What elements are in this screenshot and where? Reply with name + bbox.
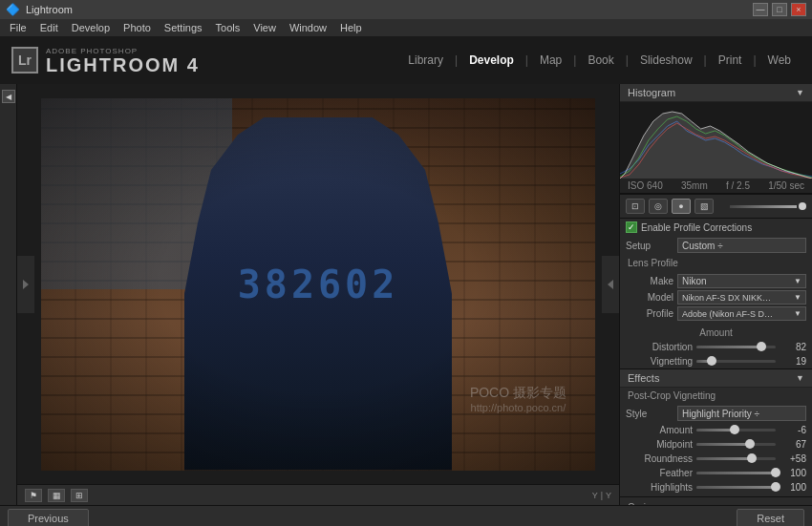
- center-panel: 382602 POCO 摄影专题 http://photo.poco.cn/ ⚑…: [17, 84, 619, 505]
- amount-label: Amount: [620, 326, 812, 340]
- setup-value: Custom ÷: [682, 241, 723, 251]
- menu-edit[interactable]: Edit: [34, 21, 64, 34]
- style-select[interactable]: Highlight Priority ÷: [677, 406, 806, 421]
- highlights-slider[interactable]: [696, 486, 776, 489]
- crop-tool[interactable]: ⊡: [626, 199, 645, 214]
- nav-print[interactable]: Print: [709, 50, 752, 71]
- zoom-area: Y | Y: [592, 491, 611, 500]
- vignetting-slider[interactable]: [696, 360, 776, 363]
- model-dropdown-icon: ▼: [794, 293, 801, 302]
- reset-button[interactable]: Reset: [737, 509, 804, 527]
- header-left: Lr ADOBE PHOTOSHOP LIGHTROOM 4: [11, 47, 200, 74]
- develop-tool[interactable]: ●: [672, 199, 691, 214]
- tone-area: [730, 202, 806, 210]
- enable-profile-checkbox[interactable]: ✓: [626, 221, 637, 233]
- distortion-value: 82: [780, 342, 806, 352]
- style-row: Style Highlight Priority ÷: [620, 404, 812, 423]
- lens-profile-section: ✓ Enable Profile Corrections Setup Custo…: [620, 219, 812, 369]
- nav-library[interactable]: Library: [398, 50, 453, 71]
- tone-slider: [730, 205, 797, 208]
- maximize-button[interactable]: □: [772, 3, 787, 16]
- nav-develop[interactable]: Develop: [459, 50, 524, 71]
- highlights-label: Highlights: [626, 482, 693, 493]
- nav-book[interactable]: Book: [578, 50, 623, 71]
- distortion-fill: [696, 346, 761, 348]
- roundness-slider[interactable]: [696, 457, 776, 460]
- model-select[interactable]: Nikon AF-S DX NIKKOR 35mm... ▼: [677, 290, 806, 305]
- effects-amount-slider[interactable]: [696, 429, 776, 431]
- previous-button[interactable]: Previous: [8, 509, 89, 527]
- roundness-thumb[interactable]: [747, 453, 757, 463]
- view-icon[interactable]: ⊞: [71, 489, 88, 502]
- style-label: Style: [626, 409, 673, 419]
- profile-select[interactable]: Adobe (Nikon AF-S DX NIKKO... ▼: [677, 306, 806, 321]
- effects-label: Effects: [628, 372, 659, 384]
- menu-photo[interactable]: Photo: [118, 21, 157, 34]
- feather-slider[interactable]: [696, 472, 776, 474]
- distortion-label: Distortion: [626, 342, 693, 352]
- minimize-button[interactable]: —: [753, 3, 768, 16]
- make-label: Make: [626, 276, 673, 286]
- effects-amount-value: -6: [780, 425, 806, 435]
- timestamp: 382602: [238, 263, 399, 306]
- post-crop-label: Post-Crop Vignetting: [620, 388, 812, 404]
- shutter-speed: 1/50 sec: [768, 180, 804, 191]
- nav-slideshow[interactable]: Slideshow: [630, 50, 702, 71]
- watermark-url: http://photo.poco.cn/: [470, 402, 566, 413]
- tool-row: ⊡ ◎ ● ▧: [620, 195, 812, 219]
- grain-divider: [620, 496, 812, 497]
- flag-icon[interactable]: ⚑: [25, 489, 42, 502]
- setup-select[interactable]: Custom ÷: [677, 238, 806, 253]
- menu-develop[interactable]: Develop: [66, 21, 116, 34]
- menu-window[interactable]: Window: [284, 21, 332, 34]
- tone-thumb: [799, 202, 806, 210]
- header: Lr ADOBE PHOTOSHOP LIGHTROOM 4 Library |…: [0, 36, 812, 84]
- menu-settings[interactable]: Settings: [159, 21, 208, 34]
- close-button[interactable]: ×: [791, 3, 806, 16]
- effects-header[interactable]: Effects ▼: [620, 369, 812, 388]
- vignetting-row: Vignetting 19: [620, 354, 812, 368]
- zoom-separator: |: [601, 491, 603, 500]
- nav-map[interactable]: Map: [530, 50, 571, 71]
- effects-amount-thumb[interactable]: [730, 425, 739, 434]
- feather-value: 100: [780, 468, 806, 478]
- distortion-thumb[interactable]: [757, 342, 766, 351]
- enable-profile-row: ✓ Enable Profile Corrections: [620, 219, 812, 236]
- roundness-value: +58: [780, 453, 806, 464]
- roundness-row: Roundness +58: [620, 452, 812, 466]
- histogram-header[interactable]: Histogram ▼: [620, 84, 812, 102]
- feather-label: Feather: [626, 468, 693, 478]
- menu-help[interactable]: Help: [334, 21, 368, 34]
- camera-info: ISO 640 35mm f / 2.5 1/50 sec: [620, 179, 812, 194]
- histogram-label: Histogram: [628, 87, 675, 98]
- midpoint-slider[interactable]: [696, 443, 776, 446]
- profile-value: Adobe (Nikon AF-S DX NIKKO...: [682, 309, 778, 319]
- histogram-arrow: ▼: [796, 88, 804, 97]
- profile-row: Profile Adobe (Nikon AF-S DX NIKKO... ▼: [626, 305, 806, 322]
- menu-tools[interactable]: Tools: [210, 21, 246, 34]
- left-panel-toggle[interactable]: ◀: [2, 90, 15, 103]
- nav-web[interactable]: Web: [759, 50, 801, 71]
- right-panel-expand[interactable]: [602, 256, 619, 313]
- vignetting-thumb[interactable]: [707, 356, 716, 366]
- gradient-tool[interactable]: ▧: [694, 199, 714, 214]
- grid-view-icon[interactable]: ▦: [48, 489, 65, 502]
- distortion-slider[interactable]: [696, 346, 776, 348]
- logo-text-area: ADOBE PHOTOSHOP LIGHTROOM 4: [46, 47, 200, 74]
- lr-badge: Lr: [11, 47, 38, 74]
- photo-frame: 382602 POCO 摄影专题 http://photo.poco.cn/: [41, 98, 595, 471]
- highlights-thumb[interactable]: [771, 482, 780, 492]
- menu-view[interactable]: View: [247, 21, 282, 34]
- spot-heal-tool[interactable]: ◎: [649, 199, 668, 214]
- zoom-value: Y: [606, 491, 611, 500]
- lens-profile-label: Lens Profile: [620, 255, 812, 271]
- left-panel: ◀: [0, 84, 17, 505]
- menu-file[interactable]: File: [4, 21, 32, 34]
- midpoint-thumb[interactable]: [745, 439, 755, 449]
- watermark-name: POCO 摄影专题: [470, 385, 566, 402]
- roundness-label: Roundness: [626, 453, 693, 464]
- left-panel-expand[interactable]: [17, 256, 34, 313]
- make-select[interactable]: Nikon ▼: [677, 274, 806, 288]
- feather-thumb[interactable]: [771, 468, 780, 477]
- setup-label: Setup: [626, 241, 673, 251]
